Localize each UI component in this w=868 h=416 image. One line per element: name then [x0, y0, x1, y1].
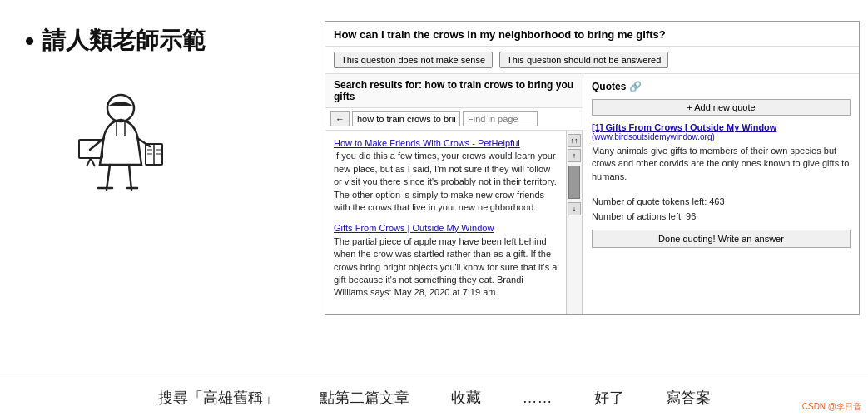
svg-line-10: [87, 158, 91, 166]
quotes-icon: 🔗: [629, 81, 642, 92]
search-pane: Search results for: how to train crows t…: [325, 74, 583, 314]
svg-line-8: [129, 165, 131, 190]
watermark: CSDN @李日音: [802, 401, 861, 413]
bottom-item-2: 點第二篇文章: [320, 388, 409, 408]
no-sense-button[interactable]: This question does not make sense: [334, 52, 493, 68]
result-1: How to Make Friends With Crows - PetHelp…: [334, 137, 558, 214]
search-results-scroll[interactable]: How to Make Friends With Crows - PetHelp…: [325, 131, 566, 314]
quote-1: [1] Gifts From Crows | Outside My Window…: [592, 122, 851, 183]
result-2-link[interactable]: Gifts From Crows | Outside My Window: [334, 223, 494, 233]
tokens-left: Number of quote tokens left: 463: [592, 196, 851, 206]
question-buttons-row: This question does not make sense This q…: [325, 47, 859, 74]
find-in-page-input[interactable]: [463, 111, 538, 126]
add-quote-button[interactable]: + Add new quote: [592, 99, 851, 116]
teacher-icon: [75, 90, 166, 198]
svg-line-11: [91, 158, 95, 166]
scroll-controls: ↑↑ ↑ ↓: [566, 131, 583, 314]
bottom-bar: 搜尋「高雄舊稱」 點第二篇文章 收藏 …… 好了 寫答案: [0, 379, 868, 416]
scroll-thumb: [568, 166, 580, 199]
search-input[interactable]: [352, 111, 460, 126]
search-bar: ←: [325, 108, 583, 131]
bottom-item-6: 寫答案: [666, 388, 711, 408]
browser-body: Search results for: how to train crows t…: [325, 74, 859, 314]
done-quoting-button[interactable]: Done quoting! Write an answer: [592, 230, 851, 248]
scroll-down-button[interactable]: ↓: [568, 202, 581, 215]
quotes-header-label: Quotes: [592, 81, 626, 92]
bullet-text-label: 請人類老師示範: [42, 25, 206, 57]
quote-1-body: Many animals give gifts to members of th…: [592, 145, 851, 183]
bullet-heading: • 請人類老師示範: [25, 25, 206, 57]
teacher-figure: [75, 90, 166, 201]
result-1-text: If you did this a few times, your crows …: [334, 150, 558, 214]
quote-1-source[interactable]: (www.birdsoutsidemywindow.org): [592, 132, 851, 141]
bottom-item-5: 好了: [594, 388, 624, 408]
search-results-header: Search results for: how to train crows t…: [325, 74, 583, 108]
quote-1-title[interactable]: [1] Gifts From Crows | Outside My Window: [592, 122, 851, 132]
not-answered-button[interactable]: This question should not be answered: [499, 52, 668, 68]
scroll-top-button[interactable]: ↑↑: [568, 134, 581, 147]
browser-panel: How can I train the crows in my neighbor…: [325, 21, 860, 315]
bottom-item-1: 搜尋「高雄舊稱」: [158, 388, 278, 408]
back-button[interactable]: ←: [330, 111, 350, 126]
question-text: How can I train the crows in my neighbor…: [334, 28, 666, 41]
actions-left: Number of actions left: 96: [592, 211, 851, 221]
result-2: Gifts From Crows | Outside My Window The…: [334, 222, 558, 299]
scroll-up-button[interactable]: ↑: [568, 149, 581, 162]
quotes-pane: Quotes 🔗 + Add new quote [1] Gifts From …: [583, 74, 859, 314]
result-1-link[interactable]: How to Make Friends With Crows - PetHelp…: [334, 138, 520, 148]
question-header: How can I train the crows in my neighbor…: [325, 22, 859, 47]
svg-line-7: [107, 165, 110, 190]
bullet-dot: •: [25, 27, 34, 54]
left-panel: • 請人類老師示範: [8, 17, 325, 201]
bottom-item-3: 收藏: [451, 388, 481, 408]
result-2-text: The partial piece of apple may have been…: [334, 235, 558, 300]
bottom-item-4: ……: [523, 389, 553, 407]
svg-point-0: [107, 95, 134, 121]
quotes-header: Quotes 🔗: [592, 81, 851, 92]
